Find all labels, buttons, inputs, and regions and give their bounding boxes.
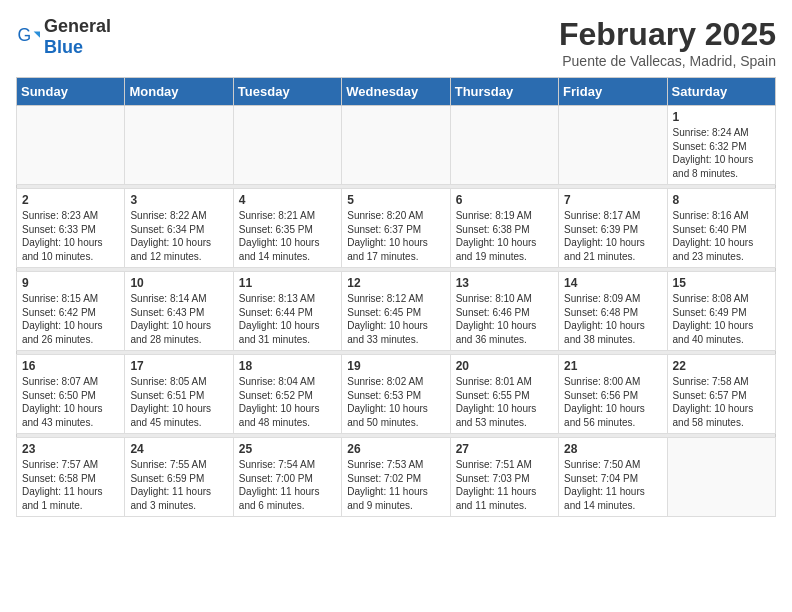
day-info: Sunrise: 8:16 AM Sunset: 6:40 PM Dayligh… — [673, 209, 770, 263]
day-info: Sunrise: 8:22 AM Sunset: 6:34 PM Dayligh… — [130, 209, 227, 263]
day-info: Sunrise: 7:54 AM Sunset: 7:00 PM Dayligh… — [239, 458, 336, 512]
day-info: Sunrise: 8:04 AM Sunset: 6:52 PM Dayligh… — [239, 375, 336, 429]
weekday-header-friday: Friday — [559, 78, 667, 106]
day-number: 8 — [673, 193, 770, 207]
day-info: Sunrise: 8:20 AM Sunset: 6:37 PM Dayligh… — [347, 209, 444, 263]
day-number: 16 — [22, 359, 119, 373]
day-cell — [450, 106, 558, 185]
day-cell: 28Sunrise: 7:50 AM Sunset: 7:04 PM Dayli… — [559, 438, 667, 517]
day-info: Sunrise: 7:58 AM Sunset: 6:57 PM Dayligh… — [673, 375, 770, 429]
day-number: 10 — [130, 276, 227, 290]
svg-text:G: G — [18, 25, 32, 45]
day-number: 26 — [347, 442, 444, 456]
day-number: 5 — [347, 193, 444, 207]
weekday-header-thursday: Thursday — [450, 78, 558, 106]
day-number: 6 — [456, 193, 553, 207]
subtitle: Puente de Vallecas, Madrid, Spain — [559, 53, 776, 69]
day-cell: 26Sunrise: 7:53 AM Sunset: 7:02 PM Dayli… — [342, 438, 450, 517]
day-number: 4 — [239, 193, 336, 207]
day-number: 21 — [564, 359, 661, 373]
day-cell: 23Sunrise: 7:57 AM Sunset: 6:58 PM Dayli… — [17, 438, 125, 517]
day-cell: 2Sunrise: 8:23 AM Sunset: 6:33 PM Daylig… — [17, 189, 125, 268]
day-number: 23 — [22, 442, 119, 456]
week-row-2: 2Sunrise: 8:23 AM Sunset: 6:33 PM Daylig… — [17, 189, 776, 268]
day-info: Sunrise: 8:24 AM Sunset: 6:32 PM Dayligh… — [673, 126, 770, 180]
day-cell: 7Sunrise: 8:17 AM Sunset: 6:39 PM Daylig… — [559, 189, 667, 268]
day-cell: 4Sunrise: 8:21 AM Sunset: 6:35 PM Daylig… — [233, 189, 341, 268]
logo-blue: Blue — [44, 37, 83, 57]
day-cell: 20Sunrise: 8:01 AM Sunset: 6:55 PM Dayli… — [450, 355, 558, 434]
day-info: Sunrise: 8:01 AM Sunset: 6:55 PM Dayligh… — [456, 375, 553, 429]
day-number: 25 — [239, 442, 336, 456]
day-number: 13 — [456, 276, 553, 290]
day-cell: 21Sunrise: 8:00 AM Sunset: 6:56 PM Dayli… — [559, 355, 667, 434]
week-row-1: 1Sunrise: 8:24 AM Sunset: 6:32 PM Daylig… — [17, 106, 776, 185]
day-cell: 1Sunrise: 8:24 AM Sunset: 6:32 PM Daylig… — [667, 106, 775, 185]
day-cell — [17, 106, 125, 185]
day-number: 2 — [22, 193, 119, 207]
title-area: February 2025 Puente de Vallecas, Madrid… — [559, 16, 776, 69]
day-cell: 27Sunrise: 7:51 AM Sunset: 7:03 PM Dayli… — [450, 438, 558, 517]
day-info: Sunrise: 8:05 AM Sunset: 6:51 PM Dayligh… — [130, 375, 227, 429]
main-title: February 2025 — [559, 16, 776, 53]
day-info: Sunrise: 8:09 AM Sunset: 6:48 PM Dayligh… — [564, 292, 661, 346]
day-info: Sunrise: 8:14 AM Sunset: 6:43 PM Dayligh… — [130, 292, 227, 346]
weekday-header-saturday: Saturday — [667, 78, 775, 106]
day-info: Sunrise: 8:12 AM Sunset: 6:45 PM Dayligh… — [347, 292, 444, 346]
day-info: Sunrise: 7:50 AM Sunset: 7:04 PM Dayligh… — [564, 458, 661, 512]
day-cell: 25Sunrise: 7:54 AM Sunset: 7:00 PM Dayli… — [233, 438, 341, 517]
day-cell: 10Sunrise: 8:14 AM Sunset: 6:43 PM Dayli… — [125, 272, 233, 351]
svg-marker-1 — [34, 31, 40, 37]
day-info: Sunrise: 8:00 AM Sunset: 6:56 PM Dayligh… — [564, 375, 661, 429]
day-info: Sunrise: 8:02 AM Sunset: 6:53 PM Dayligh… — [347, 375, 444, 429]
day-cell: 13Sunrise: 8:10 AM Sunset: 6:46 PM Dayli… — [450, 272, 558, 351]
day-number: 11 — [239, 276, 336, 290]
day-number: 27 — [456, 442, 553, 456]
day-info: Sunrise: 7:51 AM Sunset: 7:03 PM Dayligh… — [456, 458, 553, 512]
day-number: 1 — [673, 110, 770, 124]
day-cell — [125, 106, 233, 185]
day-number: 14 — [564, 276, 661, 290]
day-number: 9 — [22, 276, 119, 290]
weekday-header-row: SundayMondayTuesdayWednesdayThursdayFrid… — [17, 78, 776, 106]
day-info: Sunrise: 8:07 AM Sunset: 6:50 PM Dayligh… — [22, 375, 119, 429]
day-number: 24 — [130, 442, 227, 456]
day-cell: 16Sunrise: 8:07 AM Sunset: 6:50 PM Dayli… — [17, 355, 125, 434]
day-info: Sunrise: 8:13 AM Sunset: 6:44 PM Dayligh… — [239, 292, 336, 346]
day-cell — [233, 106, 341, 185]
day-cell: 18Sunrise: 8:04 AM Sunset: 6:52 PM Dayli… — [233, 355, 341, 434]
day-number: 18 — [239, 359, 336, 373]
week-row-5: 23Sunrise: 7:57 AM Sunset: 6:58 PM Dayli… — [17, 438, 776, 517]
day-cell: 9Sunrise: 8:15 AM Sunset: 6:42 PM Daylig… — [17, 272, 125, 351]
day-number: 3 — [130, 193, 227, 207]
day-cell — [342, 106, 450, 185]
day-info: Sunrise: 8:19 AM Sunset: 6:38 PM Dayligh… — [456, 209, 553, 263]
week-row-3: 9Sunrise: 8:15 AM Sunset: 6:42 PM Daylig… — [17, 272, 776, 351]
day-cell: 11Sunrise: 8:13 AM Sunset: 6:44 PM Dayli… — [233, 272, 341, 351]
day-info: Sunrise: 7:57 AM Sunset: 6:58 PM Dayligh… — [22, 458, 119, 512]
logo-general: General — [44, 16, 111, 36]
day-info: Sunrise: 8:17 AM Sunset: 6:39 PM Dayligh… — [564, 209, 661, 263]
day-number: 19 — [347, 359, 444, 373]
day-number: 7 — [564, 193, 661, 207]
calendar: SundayMondayTuesdayWednesdayThursdayFrid… — [16, 77, 776, 517]
day-info: Sunrise: 8:08 AM Sunset: 6:49 PM Dayligh… — [673, 292, 770, 346]
day-cell: 6Sunrise: 8:19 AM Sunset: 6:38 PM Daylig… — [450, 189, 558, 268]
weekday-header-sunday: Sunday — [17, 78, 125, 106]
day-cell: 8Sunrise: 8:16 AM Sunset: 6:40 PM Daylig… — [667, 189, 775, 268]
logo-icon: G — [16, 25, 40, 49]
day-number: 28 — [564, 442, 661, 456]
week-row-4: 16Sunrise: 8:07 AM Sunset: 6:50 PM Dayli… — [17, 355, 776, 434]
day-info: Sunrise: 8:23 AM Sunset: 6:33 PM Dayligh… — [22, 209, 119, 263]
day-number: 22 — [673, 359, 770, 373]
header: G General Blue February 2025 Puente de V… — [16, 16, 776, 69]
day-number: 12 — [347, 276, 444, 290]
day-number: 20 — [456, 359, 553, 373]
day-cell: 22Sunrise: 7:58 AM Sunset: 6:57 PM Dayli… — [667, 355, 775, 434]
day-cell: 5Sunrise: 8:20 AM Sunset: 6:37 PM Daylig… — [342, 189, 450, 268]
day-info: Sunrise: 7:53 AM Sunset: 7:02 PM Dayligh… — [347, 458, 444, 512]
day-cell: 3Sunrise: 8:22 AM Sunset: 6:34 PM Daylig… — [125, 189, 233, 268]
weekday-header-tuesday: Tuesday — [233, 78, 341, 106]
day-cell: 12Sunrise: 8:12 AM Sunset: 6:45 PM Dayli… — [342, 272, 450, 351]
day-cell: 17Sunrise: 8:05 AM Sunset: 6:51 PM Dayli… — [125, 355, 233, 434]
